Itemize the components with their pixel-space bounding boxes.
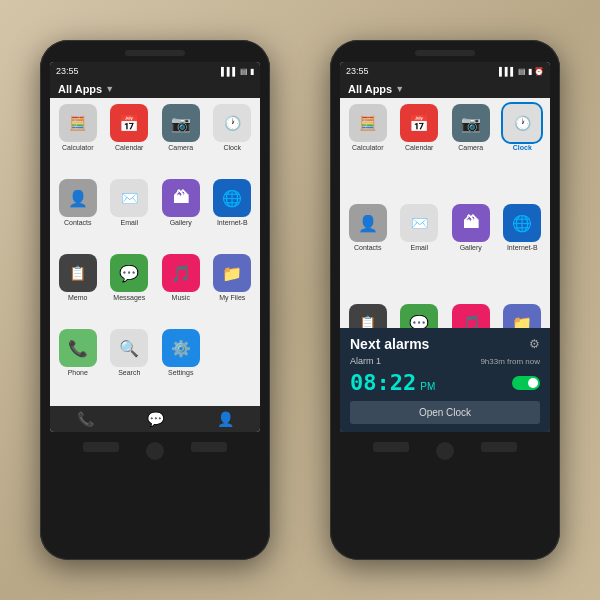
right-camera-icon: 📷	[452, 104, 490, 142]
alarm-ampm: PM	[420, 381, 435, 392]
right-email-label: Email	[410, 244, 428, 252]
alarm-header: Next alarms ⚙	[350, 336, 540, 352]
right-alarm-indicator: ⏰	[534, 67, 544, 76]
myfiles-label: My Files	[219, 294, 245, 302]
right-app-gallery[interactable]: 🏔 Gallery	[447, 204, 495, 300]
right-app-calendar[interactable]: 📅 Calendar	[396, 104, 444, 200]
contacts-icon: 👤	[59, 179, 97, 217]
left-status-icons: ▌▌▌ ▤ ▮	[221, 67, 254, 76]
app-email[interactable]: ✉️ Email	[106, 179, 154, 250]
right-phone-bottom	[338, 438, 552, 460]
app-music[interactable]: 🎵 Music	[157, 254, 205, 325]
scene: 23:55 ▌▌▌ ▤ ▮ All Apps ▼ 🧮 Calculator	[0, 0, 600, 600]
left-hw-buttons	[69, 442, 240, 460]
app-phone[interactable]: 📞 Phone	[54, 329, 102, 400]
alarm-name: Alarm 1	[350, 356, 381, 366]
left-nav-phone[interactable]: 📞	[77, 411, 94, 427]
right-drawer-arrow: ▼	[395, 84, 404, 94]
settings-icon: ⚙️	[162, 329, 200, 367]
right-clock-icon: 🕐	[503, 104, 541, 142]
alarm-title: Next alarms	[350, 336, 429, 352]
app-calculator[interactable]: 🧮 Calculator	[54, 104, 102, 175]
app-memo[interactable]: 📋 Memo	[54, 254, 102, 325]
left-hw-home[interactable]	[146, 442, 164, 460]
app-messages[interactable]: 💬 Messages	[106, 254, 154, 325]
left-soft-nav: 📞 💬 👤	[50, 406, 260, 432]
app-myfiles[interactable]: 📁 My Files	[209, 254, 257, 325]
right-internet-label: Internet-B	[507, 244, 538, 252]
app-search[interactable]: 🔍 Search	[106, 329, 154, 400]
left-drawer-title: All Apps	[58, 83, 102, 95]
left-phone: 23:55 ▌▌▌ ▤ ▮ All Apps ▼ 🧮 Calculator	[40, 40, 270, 560]
app-camera[interactable]: 📷 Camera	[157, 104, 205, 175]
right-app-internet[interactable]: 🌐 Internet-B	[499, 204, 547, 300]
alarm-until: 9h33m from now	[480, 357, 540, 366]
music-label: Music	[172, 294, 190, 302]
right-app-clock[interactable]: 🕐 Clock	[499, 104, 547, 200]
left-status-time: 23:55	[56, 66, 79, 76]
right-status-bar: 23:55 ▌▌▌ ▤ ▮ ⏰	[340, 62, 550, 80]
left-nav-contacts[interactable]: 👤	[217, 411, 234, 427]
right-hw-back[interactable]	[373, 442, 409, 452]
left-drawer-header[interactable]: All Apps ▼	[50, 80, 260, 98]
right-calculator-icon: 🧮	[349, 104, 387, 142]
messages-icon: 💬	[110, 254, 148, 292]
alarm-settings-icon[interactable]: ⚙	[529, 337, 540, 351]
right-drawer-title: All Apps	[348, 83, 392, 95]
right-hw-recent[interactable]	[481, 442, 517, 452]
right-clock-label: Clock	[513, 144, 532, 152]
right-battery-icon: ▮	[528, 67, 532, 76]
right-app-camera[interactable]: 📷 Camera	[447, 104, 495, 200]
app-settings[interactable]: ⚙️ Settings	[157, 329, 205, 400]
left-hw-back[interactable]	[83, 442, 119, 452]
wifi-icon: ▤	[240, 67, 248, 76]
right-app-email[interactable]: ✉️ Email	[396, 204, 444, 300]
right-phone-speaker	[415, 50, 475, 56]
clock-icon: 🕐	[213, 104, 251, 142]
email-icon: ✉️	[110, 179, 148, 217]
app-contacts[interactable]: 👤 Contacts	[54, 179, 102, 250]
myfiles-icon: 📁	[213, 254, 251, 292]
alarm-row: Alarm 1 9h33m from now	[350, 356, 540, 366]
app-gallery[interactable]: 🏔 Gallery	[157, 179, 205, 250]
alarm-time: 08:22	[350, 370, 416, 395]
clock-label: Clock	[223, 144, 241, 152]
calendar-icon: 📅	[110, 104, 148, 142]
right-camera-label: Camera	[458, 144, 483, 152]
settings-label: Settings	[168, 369, 193, 377]
alarm-time-row: 08:22 PM	[350, 370, 540, 395]
right-internet-icon: 🌐	[503, 204, 541, 242]
battery-icon: ▮	[250, 67, 254, 76]
left-hw-recent[interactable]	[191, 442, 227, 452]
right-drawer-header[interactable]: All Apps ▼	[340, 80, 550, 98]
left-phone-screen: 23:55 ▌▌▌ ▤ ▮ All Apps ▼ 🧮 Calculator	[50, 62, 260, 432]
right-status-time: 23:55	[346, 66, 369, 76]
left-status-bar: 23:55 ▌▌▌ ▤ ▮	[50, 62, 260, 80]
right-contacts-label: Contacts	[354, 244, 382, 252]
app-clock[interactable]: 🕐 Clock	[209, 104, 257, 175]
right-phone-screen: 23:55 ▌▌▌ ▤ ▮ ⏰ All Apps ▼ 🧮 Calculator	[340, 62, 550, 432]
app-internet[interactable]: 🌐 Internet-B	[209, 179, 257, 250]
left-phone-speaker	[125, 50, 185, 56]
right-calendar-label: Calendar	[405, 144, 433, 152]
app-calendar[interactable]: 📅 Calendar	[106, 104, 154, 175]
alarm-toggle[interactable]	[512, 376, 540, 390]
right-calculator-label: Calculator	[352, 144, 384, 152]
phone-icon: 📞	[59, 329, 97, 367]
internet-icon: 🌐	[213, 179, 251, 217]
email-label: Email	[120, 219, 138, 227]
right-hw-home[interactable]	[436, 442, 454, 460]
open-clock-button[interactable]: Open Clock	[350, 401, 540, 424]
right-email-icon: ✉️	[400, 204, 438, 242]
signal-icon: ▌▌▌	[221, 67, 238, 76]
right-gallery-icon: 🏔	[452, 204, 490, 242]
right-signal-icon: ▌▌▌	[499, 67, 516, 76]
left-nav-messages[interactable]: 💬	[147, 411, 164, 427]
gallery-icon: 🏔	[162, 179, 200, 217]
left-phone-bottom	[48, 438, 262, 460]
right-phone: 23:55 ▌▌▌ ▤ ▮ ⏰ All Apps ▼ 🧮 Calculator	[330, 40, 560, 560]
right-app-calculator[interactable]: 🧮 Calculator	[344, 104, 392, 200]
right-status-icons: ▌▌▌ ▤ ▮ ⏰	[499, 67, 544, 76]
right-app-contacts[interactable]: 👤 Contacts	[344, 204, 392, 300]
phone-label: Phone	[68, 369, 88, 377]
